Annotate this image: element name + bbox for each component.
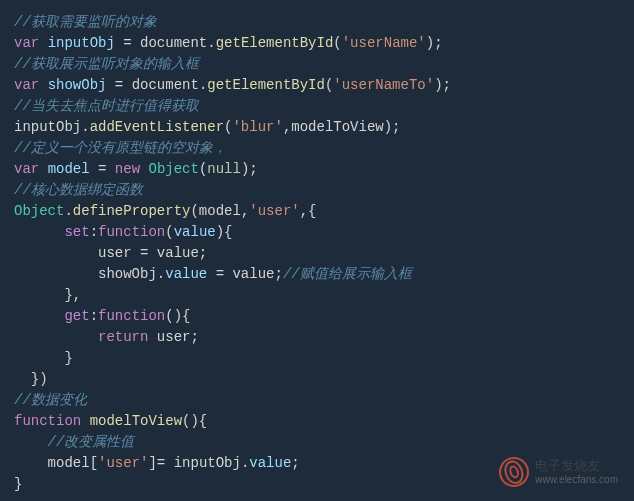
property: value [249, 455, 291, 471]
identifier: model [48, 455, 90, 471]
method: getElementById [216, 35, 334, 51]
identifier: showObj [48, 77, 107, 93]
class: Object [148, 161, 198, 177]
accessor-get: get [64, 308, 89, 324]
keyword-function: function [98, 308, 165, 324]
string: 'userNameTo' [333, 77, 434, 93]
accessor-set: set [64, 224, 89, 240]
identifier: model [48, 161, 90, 177]
keyword-var: var [14, 35, 39, 51]
identifier: user [157, 329, 191, 345]
watermark: 电子发烧友 www.elecfans.com [499, 457, 618, 487]
keyword-new: new [115, 161, 140, 177]
string: 'blur' [232, 119, 282, 135]
watermark-text: 电子发烧友 www.elecfans.com [535, 459, 618, 484]
identifier: document [132, 77, 199, 93]
comment: //改变属性值 [48, 434, 135, 450]
identifier: modelToView [291, 119, 383, 135]
keyword-function: function [14, 413, 81, 429]
class: Object [14, 203, 64, 219]
comment: //数据变化 [14, 392, 87, 408]
method: defineProperty [73, 203, 191, 219]
comment: //核心数据绑定函数 [14, 182, 143, 198]
identifier: inputObj [48, 35, 115, 51]
identifier: model [199, 203, 241, 219]
watermark-url: www.elecfans.com [535, 474, 618, 485]
logo-icon [495, 453, 533, 491]
identifier: value [232, 266, 274, 282]
null-literal: null [207, 161, 241, 177]
comment: //当失去焦点时进行值得获取 [14, 98, 199, 114]
string: 'user' [98, 455, 148, 471]
method: getElementById [207, 77, 325, 93]
comment: //定义一个没有原型链的空对象， [14, 140, 227, 156]
identifier: showObj [98, 266, 157, 282]
string: 'userName' [342, 35, 426, 51]
keyword-var: var [14, 77, 39, 93]
identifier: inputObj [14, 119, 81, 135]
string: 'user' [249, 203, 299, 219]
watermark-name: 电子发烧友 [535, 459, 618, 473]
method: addEventListener [90, 119, 224, 135]
identifier: document [140, 35, 207, 51]
identifier: value [157, 245, 199, 261]
comment: //获取展示监听对象的输入框 [14, 56, 199, 72]
comment: //赋值给展示输入框 [283, 266, 412, 282]
identifier: user [98, 245, 132, 261]
comment: //获取需要监听的对象 [14, 14, 157, 30]
function-name: modelToView [90, 413, 182, 429]
keyword-return: return [98, 329, 148, 345]
keyword-var: var [14, 161, 39, 177]
property: value [165, 266, 207, 282]
code-block: //获取需要监听的对象 var inputObj = document.getE… [0, 0, 634, 501]
keyword-function: function [98, 224, 165, 240]
identifier: inputObj [174, 455, 241, 471]
param: value [174, 224, 216, 240]
